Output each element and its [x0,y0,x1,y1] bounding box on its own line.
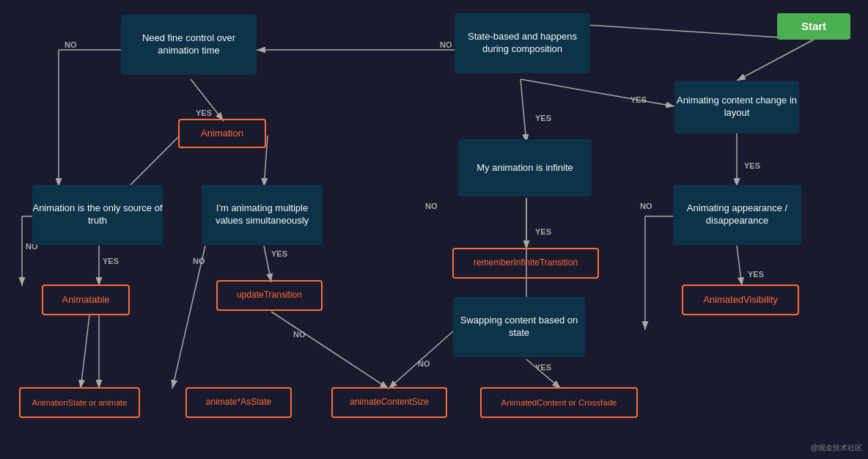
swapping-content-node: Swapping content based on state [453,297,585,357]
label-no-statebased: NO [440,40,452,49]
my-animation-infinite-node: My animation is infinite [458,139,592,197]
animate-as-state-node: animate*AsState [185,387,292,418]
animation-state-or-animate-node: AnimationState or animate [19,387,140,418]
update-transition-node: updateTransition [216,280,323,311]
label-yes-animonly: YES [103,257,119,265]
svg-line-3 [521,79,526,143]
label-yes-remember: YES [535,227,551,236]
remember-infinite-transition-node: rememberInfiniteTransition [452,248,599,279]
animatable-node: Animatable [42,284,130,315]
svg-line-20 [81,315,89,389]
label-yes-animvis: YES [748,270,764,279]
label-yes-updtrans: YES [271,249,287,258]
svg-line-2 [521,79,674,106]
label-no-myinfinite: NO [425,202,438,210]
label-yes-myinfinite: YES [535,114,551,122]
svg-line-24 [271,312,389,389]
label-no-swapping: NO [418,359,430,368]
start-node: Start [777,13,850,40]
label-no-updtrans: NO [293,330,306,339]
need-fine-control-node: Need fine control over animation time [121,15,257,75]
flowchart: NO YES NO YES YES NO YES YES NO YES YES … [0,0,868,459]
label-yes-animation: YES [196,109,212,117]
label-yes-animcontent: YES [630,95,647,104]
animating-appearance-node: Animating appearance / disappearance [673,185,801,245]
svg-line-1 [737,40,814,81]
svg-line-13 [737,246,742,286]
label-no-needfine: NO [65,40,77,49]
label-yes-animappear: YES [744,161,760,170]
label-yes-swapping: YES [535,363,551,372]
animating-multiple-node: I'm animating multiple values simultaneo… [202,185,323,245]
svg-line-23 [172,246,205,389]
svg-line-22 [264,246,271,282]
animation-node: Animation [178,119,266,148]
animation-only-source-node: Animation is the only source of truth [32,185,163,245]
label-no-animating: NO [193,257,205,265]
animating-content-change-node: Animating content change in layout [674,81,799,133]
state-based-node: State-based and happens during compositi… [455,13,590,73]
animate-content-size-node: animateContentSize [331,387,447,418]
animated-visibility-node: AnimatedVisibility [682,284,799,315]
animated-content-or-crossfade-node: AnimatedContent or Crossfade [480,387,638,418]
watermark: @掘金技术社区 [811,443,862,453]
label-no-animappear: NO [640,202,652,210]
